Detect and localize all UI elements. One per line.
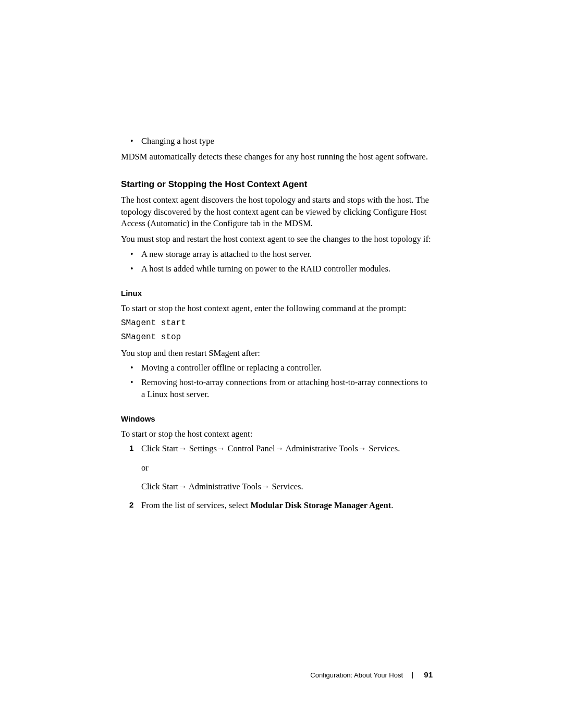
footer-title: Configuration: About Your Host: [310, 671, 403, 679]
code-line-2: SMagent stop: [121, 332, 433, 343]
linux-paragraph-1: To start or stop the host context agent,…: [121, 303, 433, 314]
list-item-text: A new storage array is attached to the h…: [141, 249, 312, 259]
section-paragraph-2: You must stop and restart the host conte…: [121, 233, 433, 245]
list-item-text: A host is added while turning on power t…: [141, 264, 390, 274]
list-item-text: Moving a controller offline or replacing…: [141, 363, 322, 373]
intro-paragraph: MDSM automatically detects these changes…: [121, 151, 433, 163]
footer-page-number: 91: [424, 670, 433, 679]
step-1-option-b: Click Start→ Administrative Tools→ Servi…: [141, 481, 433, 492]
list-item: A host is added while turning on power t…: [121, 263, 433, 275]
document-page: Changing a host type MDSM automatically …: [0, 0, 563, 728]
section-paragraph-1: The host context agent discovers the hos…: [121, 194, 433, 229]
footer-separator: [412, 672, 413, 678]
section-heading: Starting or Stopping the Host Context Ag…: [121, 179, 433, 191]
list-item: Moving a controller offline or replacing…: [121, 362, 433, 374]
list-item: A new storage array is attached to the h…: [121, 249, 433, 260]
code-line-1: SMagent start: [121, 318, 433, 329]
section-bullet-list: A new storage array is attached to the h…: [121, 249, 433, 275]
step-1-or: or: [141, 462, 433, 474]
windows-heading: Windows: [121, 414, 433, 424]
step-2-bold: Modular Disk Storage Manager Agent: [250, 500, 391, 510]
windows-steps: Click Start→ Settings→ Control Panel→ Ad…: [121, 443, 433, 511]
list-item: Removing host-to-array connections from …: [121, 377, 433, 400]
windows-paragraph-1: To start or stop the host context agent:: [121, 428, 433, 440]
list-item-text: Changing a host type: [141, 136, 214, 146]
intro-bullet-list: Changing a host type: [121, 135, 433, 147]
linux-paragraph-2: You stop and then restart SMagent after:: [121, 348, 433, 359]
page-footer: Configuration: About Your Host 91: [310, 670, 433, 680]
step-2: From the list of services, select Modula…: [121, 500, 433, 511]
list-item-text: Removing host-to-array connections from …: [141, 377, 427, 399]
step-1: Click Start→ Settings→ Control Panel→ Ad…: [121, 443, 433, 492]
step-2-prefix: From the list of services, select: [141, 500, 250, 510]
linux-bullet-list: Moving a controller offline or replacing…: [121, 362, 433, 400]
list-item: Changing a host type: [121, 135, 433, 147]
step-2-suffix: .: [391, 500, 393, 510]
step-1-option-a: Click Start→ Settings→ Control Panel→ Ad…: [141, 443, 433, 454]
linux-heading: Linux: [121, 288, 433, 299]
